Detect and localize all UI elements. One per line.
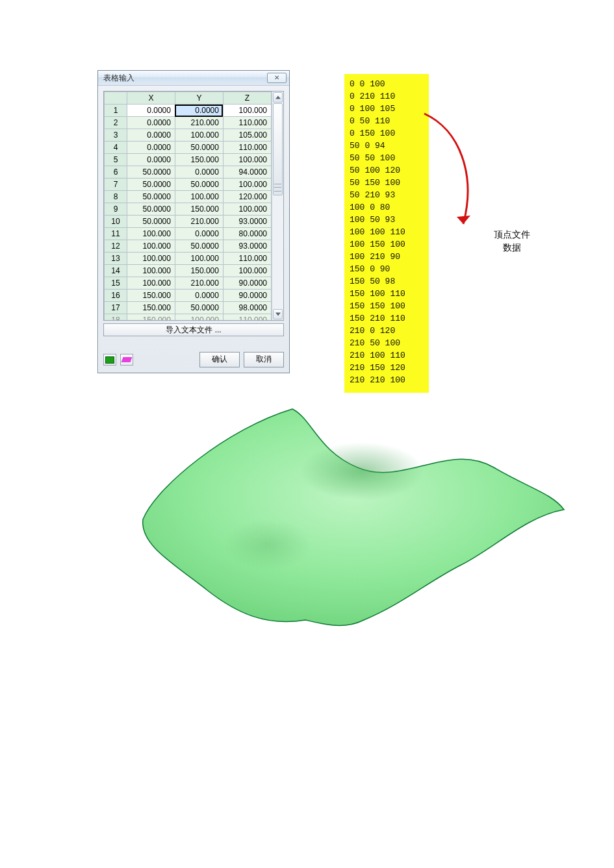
cell-z[interactable]: 93.0000 bbox=[223, 240, 271, 253]
table-row[interactable]: 17150.00050.000098.0000 bbox=[105, 302, 272, 314]
cell-x[interactable]: 50.0000 bbox=[127, 203, 175, 216]
cell-z[interactable]: 90.0000 bbox=[223, 290, 271, 302]
row-number[interactable]: 3 bbox=[105, 129, 127, 142]
table-row[interactable]: 1050.0000210.00093.0000 bbox=[105, 216, 272, 228]
cell-y[interactable]: 150.000 bbox=[175, 265, 223, 277]
cell-x[interactable]: 50.0000 bbox=[127, 191, 175, 203]
cell-z[interactable]: 100.000 bbox=[223, 203, 271, 216]
cell-y[interactable]: 100.000 bbox=[175, 253, 223, 265]
dialog-titlebar[interactable]: 表格输入 ✕ bbox=[98, 71, 289, 86]
table-row[interactable]: 30.0000100.000105.000 bbox=[105, 129, 272, 142]
row-number[interactable]: 1 bbox=[105, 105, 127, 117]
cell-x[interactable]: 150.000 bbox=[127, 290, 175, 302]
table-row[interactable]: 750.000050.0000100.000 bbox=[105, 179, 272, 191]
grid-corner[interactable] bbox=[105, 92, 127, 105]
table-row[interactable]: 12100.00050.000093.0000 bbox=[105, 240, 272, 253]
row-number[interactable]: 7 bbox=[105, 179, 127, 191]
grid-scrollbar[interactable] bbox=[272, 92, 283, 320]
cell-z[interactable]: 100.000 bbox=[223, 154, 271, 166]
table-row[interactable]: 16150.0000.000090.0000 bbox=[105, 290, 272, 302]
row-number[interactable]: 5 bbox=[105, 154, 127, 166]
cell-y[interactable]: 50.0000 bbox=[175, 179, 223, 191]
cell-z[interactable]: 90.0000 bbox=[223, 277, 271, 290]
cell-y[interactable]: 210.000 bbox=[175, 277, 223, 290]
table-row[interactable]: 50.0000150.000100.000 bbox=[105, 154, 272, 166]
cell-z[interactable]: 94.0000 bbox=[223, 166, 271, 179]
row-number[interactable]: 14 bbox=[105, 265, 127, 277]
cell-y[interactable]: 210.000 bbox=[175, 117, 223, 129]
cell-z[interactable]: 100.000 bbox=[223, 265, 271, 277]
scroll-down-button[interactable] bbox=[273, 309, 283, 319]
table-row[interactable]: 13100.000100.000110.000 bbox=[105, 253, 272, 265]
row-number[interactable]: 6 bbox=[105, 166, 127, 179]
column-header-y[interactable]: Y bbox=[175, 92, 223, 105]
table-row[interactable]: 40.000050.0000110.000 bbox=[105, 142, 272, 154]
vertex-grid[interactable]: X Y Z 10.00000.0000100.00020.0000210.000… bbox=[104, 92, 272, 320]
cell-x[interactable]: 100.000 bbox=[127, 240, 175, 253]
cell-x[interactable]: 0.0000 bbox=[127, 142, 175, 154]
cell-x[interactable]: 100.000 bbox=[127, 265, 175, 277]
row-number[interactable]: 15 bbox=[105, 277, 127, 290]
row-number[interactable]: 16 bbox=[105, 290, 127, 302]
table-row[interactable]: 650.00000.000094.0000 bbox=[105, 166, 272, 179]
table-row[interactable]: 14100.000150.000100.000 bbox=[105, 265, 272, 277]
row-number[interactable]: 9 bbox=[105, 203, 127, 216]
cell-z[interactable]: 110.000 bbox=[223, 314, 271, 321]
cell-y[interactable]: 50.0000 bbox=[175, 240, 223, 253]
row-number[interactable]: 2 bbox=[105, 117, 127, 129]
cell-z[interactable]: 100.000 bbox=[223, 105, 271, 117]
cell-x[interactable]: 100.000 bbox=[127, 277, 175, 290]
cell-y[interactable]: 150.000 bbox=[175, 203, 223, 216]
cell-z[interactable]: 110.000 bbox=[223, 142, 271, 154]
clear-icon[interactable] bbox=[120, 354, 133, 366]
cancel-button[interactable]: 取消 bbox=[244, 352, 284, 367]
cell-z[interactable]: 105.000 bbox=[223, 129, 271, 142]
cell-y[interactable]: 50.0000 bbox=[175, 302, 223, 314]
cell-x[interactable]: 0.0000 bbox=[127, 117, 175, 129]
table-row[interactable]: 10.00000.0000100.000 bbox=[105, 105, 272, 117]
cell-y[interactable]: 100.000 bbox=[175, 129, 223, 142]
scroll-up-button[interactable] bbox=[273, 92, 283, 103]
row-number[interactable]: 4 bbox=[105, 142, 127, 154]
cell-x[interactable]: 0.0000 bbox=[127, 129, 175, 142]
cell-z[interactable]: 80.0000 bbox=[223, 228, 271, 240]
table-row[interactable]: 850.0000100.000120.000 bbox=[105, 191, 272, 203]
cell-z[interactable]: 120.000 bbox=[223, 191, 271, 203]
cell-y[interactable]: 0.0000 bbox=[175, 290, 223, 302]
scroll-thumb[interactable] bbox=[273, 103, 283, 195]
table-row[interactable]: 18150.000100.000110.000 bbox=[105, 314, 272, 321]
table-row[interactable]: 20.0000210.000110.000 bbox=[105, 117, 272, 129]
cell-x[interactable]: 150.000 bbox=[127, 314, 175, 321]
import-text-file-button[interactable]: 导入文本文件 ... bbox=[103, 323, 284, 336]
row-number[interactable]: 11 bbox=[105, 228, 127, 240]
cell-z[interactable]: 110.000 bbox=[223, 117, 271, 129]
cell-x[interactable]: 50.0000 bbox=[127, 166, 175, 179]
cell-y[interactable]: 50.0000 bbox=[175, 142, 223, 154]
row-number[interactable]: 17 bbox=[105, 302, 127, 314]
cell-x[interactable]: 0.0000 bbox=[127, 154, 175, 166]
table-row[interactable]: 950.0000150.000100.000 bbox=[105, 203, 272, 216]
cell-y[interactable]: 210.000 bbox=[175, 216, 223, 228]
row-number[interactable]: 18 bbox=[105, 314, 127, 321]
close-button[interactable]: ✕ bbox=[267, 73, 287, 83]
cell-y[interactable]: 100.000 bbox=[175, 314, 223, 321]
table-row[interactable]: 11100.0000.000080.0000 bbox=[105, 228, 272, 240]
cell-x[interactable]: 100.000 bbox=[127, 253, 175, 265]
vertex-grid-scroll[interactable]: X Y Z 10.00000.0000100.00020.0000210.000… bbox=[104, 92, 272, 320]
cell-z[interactable]: 93.0000 bbox=[223, 216, 271, 228]
cell-z[interactable]: 100.000 bbox=[223, 179, 271, 191]
cell-y[interactable]: 100.000 bbox=[175, 191, 223, 203]
cell-y[interactable]: 0.0000 bbox=[175, 105, 223, 117]
cell-x[interactable]: 100.000 bbox=[127, 228, 175, 240]
cell-y[interactable]: 150.000 bbox=[175, 154, 223, 166]
table-row[interactable]: 15100.000210.00090.0000 bbox=[105, 277, 272, 290]
cell-y[interactable]: 0.0000 bbox=[175, 166, 223, 179]
ok-button[interactable]: 确认 bbox=[199, 352, 240, 367]
column-header-x[interactable]: X bbox=[127, 92, 175, 105]
row-number[interactable]: 12 bbox=[105, 240, 127, 253]
cell-x[interactable]: 50.0000 bbox=[127, 216, 175, 228]
column-header-z[interactable]: Z bbox=[223, 92, 271, 105]
preview-icon[interactable] bbox=[103, 354, 116, 366]
cell-z[interactable]: 110.000 bbox=[223, 253, 271, 265]
cell-x[interactable]: 50.0000 bbox=[127, 179, 175, 191]
